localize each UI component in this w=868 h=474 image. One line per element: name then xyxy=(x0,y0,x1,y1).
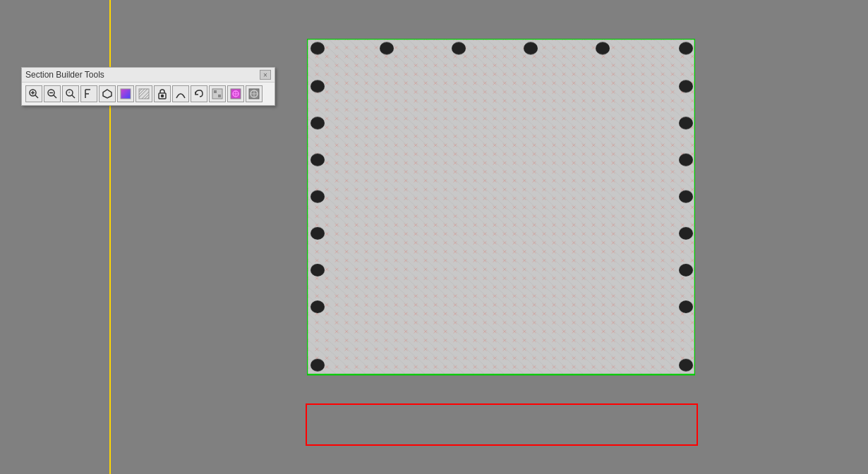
svg-rect-26 xyxy=(218,95,221,97)
fill-button[interactable] xyxy=(117,85,134,102)
svg-rect-14 xyxy=(121,89,131,99)
svg-text:*: * xyxy=(68,91,71,95)
svg-marker-13 xyxy=(103,90,111,98)
toolbar-titlebar[interactable]: Section Builder Tools × xyxy=(22,68,275,83)
svg-line-8 xyxy=(72,95,75,98)
select-button[interactable] xyxy=(80,85,97,102)
selection-box xyxy=(306,403,698,446)
draw-polygon-button[interactable] xyxy=(99,85,116,102)
toolbar-close-button[interactable]: × xyxy=(260,70,271,80)
hatch-canvas xyxy=(307,39,695,413)
arc-button[interactable] xyxy=(172,85,189,102)
svg-line-5 xyxy=(54,95,56,98)
pattern3-button[interactable] xyxy=(246,85,263,102)
svg-point-23 xyxy=(162,95,164,97)
svg-line-1 xyxy=(35,95,38,98)
hatch-button[interactable] xyxy=(135,85,152,102)
lock-button[interactable] xyxy=(154,85,171,102)
undo-button[interactable] xyxy=(191,85,207,102)
section-builder-toolbar: Section Builder Tools × * xyxy=(21,67,275,106)
section-canvas-area[interactable] xyxy=(307,39,716,444)
zoom-fit-button[interactable]: * xyxy=(62,85,79,102)
toolbar-title: Section Builder Tools xyxy=(25,70,104,80)
zoom-in-button[interactable] xyxy=(25,85,42,102)
pattern2-button[interactable] xyxy=(227,85,244,102)
toolbar-button-row: * xyxy=(22,83,275,105)
zoom-out-button[interactable] xyxy=(44,85,61,102)
pattern1-button[interactable] xyxy=(209,85,226,102)
svg-rect-25 xyxy=(214,90,217,93)
